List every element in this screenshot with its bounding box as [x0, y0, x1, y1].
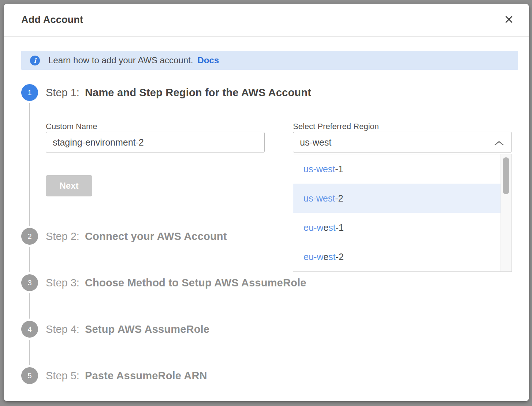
step-5-title: Paste AssumeRole ARN [85, 370, 207, 382]
region-field-group: Select Preferred Region us-west-1us-west… [293, 121, 512, 196]
step-section-4: 4 Step 4: Setup AWS AssumeRole [21, 321, 515, 367]
step-4-connector-line [29, 340, 30, 365]
step-4-heading[interactable]: Step 4: Setup AWS AssumeRole [46, 321, 515, 338]
step-4-title: Setup AWS AssumeRole [85, 323, 209, 335]
info-banner: i Learn how to add your AWS account. Doc… [21, 51, 518, 70]
step-3-rail: 3 [21, 274, 38, 321]
region-input[interactable] [293, 132, 512, 153]
step-1-connector-line [29, 103, 30, 226]
dropdown-scrollbar-thumb[interactable] [503, 157, 509, 194]
step-5-number: 5 [27, 372, 31, 380]
region-options-list: us-west-1us-west-2eu-west-1eu-west-2 [293, 154, 501, 271]
add-account-modal: Add Account i Learn how to add your AWS … [4, 4, 529, 401]
step-section-5: 5 Step 5: Paste AssumeRole ARN [21, 367, 515, 384]
region-option[interactable]: eu-west-2 [293, 242, 501, 271]
step-2-indicator: 2 [21, 228, 38, 245]
modal-header: Add Account [4, 4, 529, 37]
region-label: Select Preferred Region [293, 121, 512, 132]
next-button[interactable]: Next [46, 175, 92, 196]
custom-name-label: Custom Name [46, 121, 265, 132]
close-button[interactable] [503, 14, 515, 26]
info-banner-text: Learn how to add your AWS account. [48, 55, 193, 65]
step-section-1: 1 Step 1: Name and Step Region for the A… [21, 84, 515, 228]
step-4-rail: 4 [21, 321, 38, 367]
step-1-rail: 1 [21, 84, 38, 228]
step-1-prefix: Step 1: [46, 87, 79, 99]
step-4-prefix: Step 4: [46, 323, 79, 335]
step-2-prefix: Step 2: [46, 230, 79, 243]
region-option[interactable]: us-west-2 [293, 184, 501, 213]
step-3-connector-line [29, 293, 30, 319]
region-option[interactable]: us-west-1 [293, 154, 501, 184]
step-3-title: Choose Method to Setup AWS AssumeRole [85, 277, 306, 289]
step-3-indicator: 3 [21, 274, 38, 291]
region-option[interactable]: eu-west-1 [293, 213, 501, 242]
step-5-indicator: 5 [21, 367, 38, 384]
region-dropdown-panel: us-west-1us-west-2eu-west-1eu-west-2 [293, 154, 512, 272]
region-combobox: us-west-1us-west-2eu-west-1eu-west-2 [293, 132, 512, 153]
info-icon: i [30, 56, 40, 65]
step-2-connector-line [29, 247, 30, 272]
step-2-rail: 2 [21, 228, 38, 274]
docs-link[interactable]: Docs [197, 55, 219, 65]
step-1-title: Name and Step Region for the AWS Account [85, 87, 311, 99]
custom-name-field-group: Custom Name Next [46, 121, 265, 196]
step-1-indicator: 1 [21, 84, 38, 101]
step-1-number: 1 [27, 89, 31, 97]
custom-name-input[interactable] [46, 132, 265, 153]
step-4-indicator: 4 [21, 321, 38, 338]
step-5-rail: 5 [21, 367, 38, 384]
step-5-prefix: Step 5: [46, 370, 79, 382]
step-2-number: 2 [27, 232, 31, 241]
step-2-title: Connect your AWS Account [85, 230, 227, 243]
close-icon [505, 15, 513, 25]
modal-backdrop: { "modal": { "title": "Add Account" }, "… [0, 0, 532, 406]
step-1-content: Custom Name Next Select Preferred Region [46, 121, 515, 196]
step-5-heading[interactable]: Step 5: Paste AssumeRole ARN [46, 367, 515, 384]
step-1-heading[interactable]: Step 1: Name and Step Region for the AWS… [46, 84, 515, 101]
step-3-number: 3 [27, 279, 31, 287]
step-3-heading[interactable]: Step 3: Choose Method to Setup AWS Assum… [46, 274, 515, 291]
dropdown-scrollbar-track[interactable] [501, 154, 511, 271]
modal-title: Add Account [18, 14, 83, 26]
step-4-number: 4 [27, 325, 31, 334]
step-section-3: 3 Step 3: Choose Method to Setup AWS Ass… [21, 274, 515, 321]
modal-body: i Learn how to add your AWS account. Doc… [4, 37, 529, 384]
step-3-prefix: Step 3: [46, 277, 79, 289]
